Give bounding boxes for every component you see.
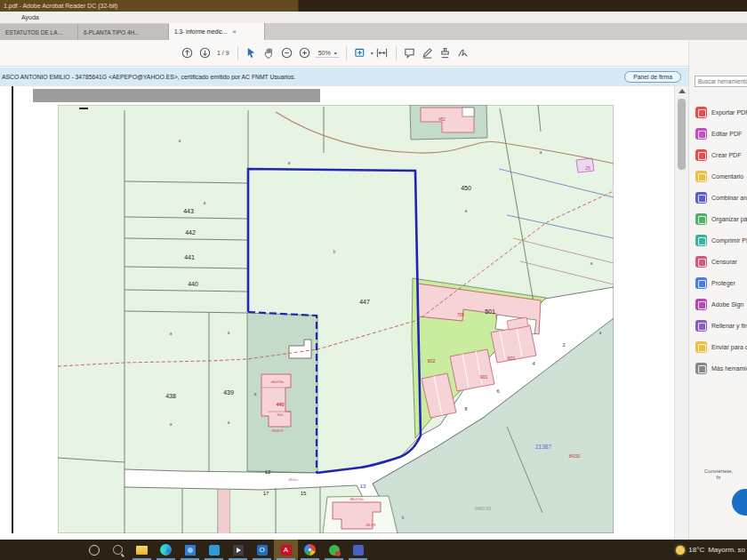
map-label: 441	[184, 254, 195, 260]
menu-bar: Ayuda	[0, 12, 747, 24]
store-icon	[209, 545, 220, 556]
taskbar-app-outlook[interactable]: O	[250, 540, 274, 560]
taskbar-app-remote[interactable]	[322, 540, 346, 560]
tool-label: Adobe Sign	[711, 301, 743, 308]
hand-tool-icon[interactable]	[261, 44, 278, 62]
sun-icon	[676, 546, 685, 555]
tools-panel: Exportar PDFEditar PDFCrear PDFComentari…	[688, 40, 747, 540]
stamp-icon[interactable]	[437, 44, 454, 62]
menu-item-ayuda[interactable]: Ayuda	[21, 14, 39, 20]
tool-icon	[695, 213, 707, 225]
select-pointer-icon[interactable]	[243, 44, 261, 62]
tool-icon	[695, 107, 707, 118]
taskbar-app-chrome[interactable]	[298, 540, 322, 560]
signature-panel-button[interactable]: Panel de firma	[624, 71, 681, 83]
tab-2[interactable]: 1.3- informe medic...×	[169, 23, 265, 40]
teams-icon	[353, 545, 364, 556]
page-indicator[interactable]: 1 / 9	[217, 50, 229, 56]
remote-icon	[329, 545, 340, 556]
taskbar-weather[interactable]: 18°C Mayorm. so	[676, 540, 745, 560]
promo-text: Conviértete, fir	[689, 468, 747, 481]
map-label: 709	[457, 313, 464, 317]
house-901	[450, 349, 494, 391]
tool-item-editar-pdf[interactable]: Editar PDF	[695, 126, 747, 140]
tab-label: 1.3- informe medic...	[174, 28, 227, 35]
tool-label: Combinar archivos	[711, 195, 747, 201]
tool-icon	[695, 149, 707, 161]
tool-item-comprimir-pdf[interactable]: Comprimir PDF	[695, 233, 747, 247]
tab-label: 6-PLANTA TIPO 4H...	[84, 29, 140, 36]
marquee-zoom-icon[interactable]	[351, 44, 369, 62]
tab-0[interactable]: ESTATUTOS DE LA ...	[0, 24, 78, 40]
tool-item-censurar[interactable]: Censurar	[695, 254, 747, 268]
zoom-in-icon[interactable]	[296, 44, 314, 62]
map-label: 447	[359, 299, 370, 305]
sign-scribble-icon[interactable]	[454, 44, 472, 62]
taskbar-app-edge[interactable]	[154, 540, 178, 560]
cadastral-map-page[interactable]: 4434424414404384394474505017099029016012…	[58, 105, 614, 533]
search-input[interactable]	[695, 76, 747, 87]
taskbar-app-teams[interactable]	[346, 540, 370, 560]
tool-icon	[695, 299, 707, 310]
taskbar-app-search[interactable]	[106, 540, 130, 560]
vertical-scrollbar[interactable]	[674, 86, 688, 540]
tool-label: Comprimir PDF	[711, 237, 747, 244]
map-label: 0460 03	[475, 506, 491, 511]
tool-item-proteger[interactable]: Proteger	[695, 276, 747, 290]
tool-item-organizar-p-ginas[interactable]: Organizar páginas	[695, 212, 747, 226]
zoom-level-select[interactable]: 50% ▾	[316, 49, 340, 58]
fit-width-icon[interactable]	[374, 44, 391, 62]
tool-item-comentario[interactable]: Comentario	[695, 169, 747, 183]
promo-button[interactable]	[732, 489, 747, 516]
map-label: 440	[276, 402, 284, 407]
tool-label: Proteger	[711, 280, 735, 286]
highlight-pen-icon[interactable]	[419, 44, 437, 62]
taskbar-app-movies[interactable]	[226, 540, 250, 560]
tool-label: Rellenar y firmar	[711, 323, 747, 329]
tool-label: Censurar	[711, 259, 737, 265]
tool-item-adobe-sign[interactable]: Adobe Sign	[695, 297, 747, 311]
zoom-out-icon[interactable]	[278, 44, 296, 62]
tool-icon	[695, 192, 707, 204]
taskbar-app-photos[interactable]	[178, 540, 202, 560]
tab-1[interactable]: 6-PLANTA TIPO 4H...	[78, 24, 169, 40]
taskbar-app-cortana[interactable]	[82, 540, 106, 560]
map-label: 901	[479, 374, 487, 380]
download-icon[interactable]	[196, 44, 213, 62]
taskbar-app-acrobat[interactable]: A	[274, 540, 298, 560]
scroll-up-arrow-icon[interactable]	[679, 89, 686, 93]
map-label: 440	[188, 281, 198, 287]
tool-label: Más herramientas	[711, 365, 747, 372]
tool-item-exportar-pdf[interactable]: Exportar PDF	[695, 105, 747, 119]
tool-item-combinar-archivos[interactable]: Combinar archivos	[695, 190, 747, 204]
map-label: 15	[301, 491, 307, 496]
tool-icon	[695, 363, 707, 374]
outlook-icon: O	[257, 545, 268, 556]
tool-icon	[695, 277, 707, 289]
map-label: 84150	[569, 454, 581, 459]
search-icon	[113, 545, 123, 555]
map-label: 439	[223, 389, 234, 396]
page-total: 9	[226, 50, 229, 56]
tool-item-enviar-para-comentarios[interactable]: Enviar para comentarios	[695, 340, 747, 354]
vertical-scrollbar-thumb[interactable]	[678, 99, 686, 170]
tool-icon	[695, 341, 707, 353]
document-viewport[interactable]: 4434424414404384394474505017099029016012…	[0, 86, 674, 533]
tool-item-m-s-herramientas[interactable]: Más herramientas	[695, 361, 747, 375]
tab-strip: ESTATUTOS DE LA ...6-PLANTA TIPO 4H...1.…	[0, 23, 747, 40]
taskbar-app-store[interactable]	[202, 540, 226, 560]
file-explorer-icon	[136, 546, 148, 555]
zoom-level-value: 50%	[318, 50, 331, 56]
map-label: 6	[496, 388, 499, 394]
tab-close-icon[interactable]: ×	[232, 28, 237, 36]
page-edge-line	[12, 86, 13, 533]
share-icon[interactable]	[178, 44, 196, 62]
map-label: 17	[263, 491, 269, 496]
tool-item-rellenar-y-firmar[interactable]: Rellenar y firmar	[695, 318, 747, 332]
weather-desc: Mayorm. so	[708, 546, 745, 554]
taskbar-app-file-explorer[interactable]	[130, 540, 154, 560]
comment-icon[interactable]	[401, 44, 419, 62]
tool-item-crear-pdf[interactable]: Crear PDF	[695, 148, 747, 162]
photos-icon	[185, 545, 196, 556]
tool-label: Editar PDF	[711, 131, 742, 137]
